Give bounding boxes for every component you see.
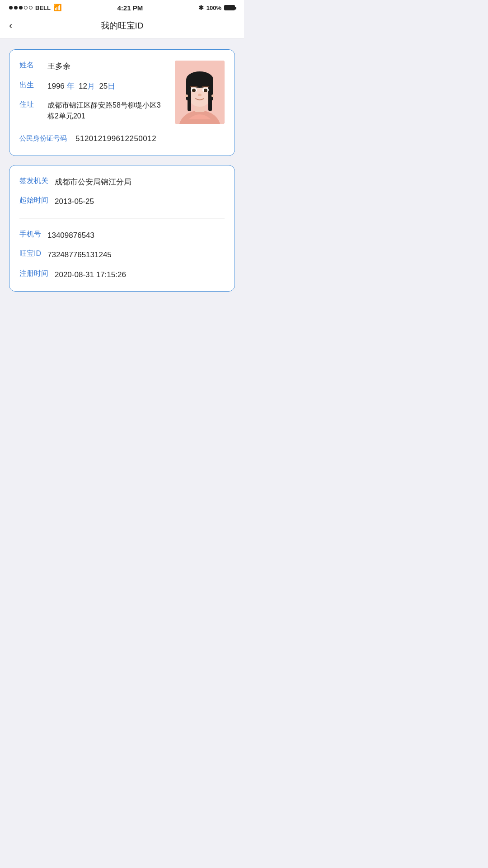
status-right: ✱ 100% bbox=[198, 4, 235, 11]
id-number-value: 512012199612250012 bbox=[75, 133, 156, 145]
dot-2 bbox=[14, 6, 18, 9]
start-date-label: 起始时间 bbox=[19, 196, 48, 205]
birth-yue: 月 bbox=[87, 82, 95, 90]
birth-value: 1996 年 12月 25日 bbox=[47, 80, 115, 92]
wangbao-id-label: 旺宝ID bbox=[19, 249, 41, 259]
id-photo bbox=[175, 61, 225, 124]
birth-year: 1996 bbox=[47, 82, 65, 90]
register-time-row: 注册时间 2020-08-31 17:15:26 bbox=[19, 269, 225, 281]
name-label: 姓名 bbox=[19, 61, 41, 70]
svg-rect-8 bbox=[208, 84, 212, 111]
birth-label: 出生 bbox=[19, 80, 41, 90]
info-card: 签发机关 成都市公安局锦江分局 起始时间 2013-05-25 手机号 1340… bbox=[9, 165, 235, 292]
bluetooth-icon: ✱ bbox=[198, 4, 204, 11]
register-time-value: 2020-08-31 17:15:26 bbox=[55, 269, 126, 281]
back-button[interactable]: ‹ bbox=[9, 21, 12, 31]
phone-label: 手机号 bbox=[19, 230, 41, 239]
wangbao-id-value: 732487765131245 bbox=[47, 249, 112, 261]
birth-day: 25 bbox=[99, 82, 108, 90]
dot-5 bbox=[29, 6, 33, 9]
id-number-label: 公民身份证号码 bbox=[19, 134, 69, 143]
id-number-row: 公民身份证号码 512012199612250012 bbox=[19, 133, 225, 145]
phone-row: 手机号 13409876543 bbox=[19, 230, 225, 241]
birth-row: 出生 1996 年 12月 25日 bbox=[19, 80, 168, 92]
status-bar: BELL 📶 4:21 PM ✱ 100% bbox=[0, 0, 244, 14]
status-time: 4:21 PM bbox=[117, 4, 143, 12]
nav-bar: ‹ 我的旺宝ID bbox=[0, 14, 244, 38]
battery-icon bbox=[224, 5, 235, 10]
svg-rect-10 bbox=[202, 86, 209, 87]
svg-rect-9 bbox=[190, 86, 197, 87]
status-left: BELL 📶 bbox=[9, 4, 62, 12]
dot-1 bbox=[9, 6, 13, 9]
separator bbox=[19, 218, 225, 219]
issuer-value: 成都市公安局锦江分局 bbox=[55, 176, 131, 188]
carrier-name: BELL bbox=[35, 5, 51, 11]
signal-dots bbox=[9, 6, 33, 9]
start-date-row: 起始时间 2013-05-25 bbox=[19, 196, 225, 208]
svg-point-15 bbox=[198, 94, 202, 96]
portrait-svg bbox=[175, 61, 225, 124]
svg-point-16 bbox=[185, 94, 188, 97]
address-label: 住址 bbox=[19, 100, 41, 109]
address-value: 成都市锦江区静安路58号柳堤小区3栋2单元201 bbox=[47, 100, 168, 122]
page-title: 我的旺宝ID bbox=[101, 20, 144, 32]
birth-nian: 年 bbox=[67, 82, 75, 90]
svg-rect-7 bbox=[188, 84, 191, 111]
wifi-icon: 📶 bbox=[53, 4, 62, 12]
name-value: 王多余 bbox=[47, 61, 70, 72]
svg-point-14 bbox=[204, 89, 207, 92]
wangbao-id-row: 旺宝ID 732487765131245 bbox=[19, 249, 225, 261]
id-fields: 姓名 王多余 出生 1996 年 12月 25日 住址 成都市锦 bbox=[19, 61, 168, 122]
content: 姓名 王多余 出生 1996 年 12月 25日 住址 成都市锦 bbox=[0, 38, 244, 302]
dot-4 bbox=[24, 6, 28, 9]
svg-point-13 bbox=[192, 89, 196, 92]
battery-percent: 100% bbox=[206, 5, 221, 11]
id-card: 姓名 王多余 出生 1996 年 12月 25日 住址 成都市锦 bbox=[9, 49, 235, 156]
birth-month: 12 bbox=[79, 82, 87, 90]
phone-value: 13409876543 bbox=[47, 230, 94, 241]
issuer-label: 签发机关 bbox=[19, 176, 48, 186]
dot-3 bbox=[19, 6, 23, 9]
info-fields: 签发机关 成都市公安局锦江分局 起始时间 2013-05-25 手机号 1340… bbox=[19, 176, 225, 281]
register-time-label: 注册时间 bbox=[19, 269, 48, 278]
issuer-row: 签发机关 成都市公安局锦江分局 bbox=[19, 176, 225, 188]
svg-point-17 bbox=[211, 94, 214, 97]
birth-ri: 日 bbox=[108, 82, 115, 90]
name-row: 姓名 王多余 bbox=[19, 61, 168, 72]
id-card-main: 姓名 王多余 出生 1996 年 12月 25日 住址 成都市锦 bbox=[19, 61, 225, 124]
address-row: 住址 成都市锦江区静安路58号柳堤小区3栋2单元201 bbox=[19, 100, 168, 122]
start-date-value: 2013-05-25 bbox=[55, 196, 94, 208]
